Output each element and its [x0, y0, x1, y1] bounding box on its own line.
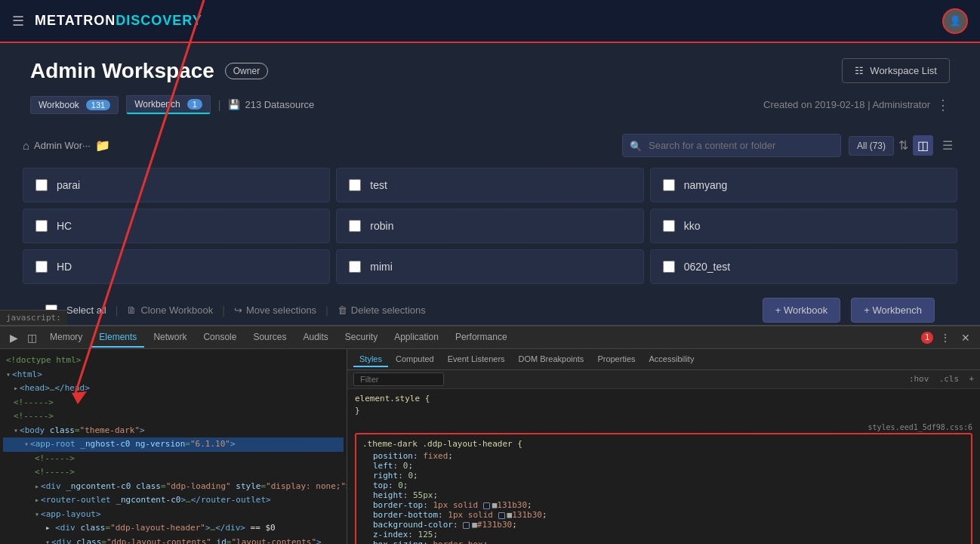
- filter-row: :hov .cls +: [347, 370, 980, 389]
- style-prop-row: z-index: 125;: [362, 530, 965, 539]
- styles-content: element.style { } styles.eed1_5df98.css:…: [347, 389, 980, 544]
- select-all-label: Select all: [66, 304, 106, 316]
- workspace-created: Created on 2019-02-18 | Administrator ⋮: [763, 97, 950, 113]
- workbook-item[interactable]: namyang: [650, 168, 957, 202]
- styles-tab-properties[interactable]: Properties: [591, 352, 641, 367]
- sort-button[interactable]: ⇅: [898, 138, 908, 153]
- workbook-name: parai: [57, 179, 80, 191]
- list-view-button[interactable]: ☰: [938, 135, 957, 156]
- clone-workbook-button[interactable]: 🗎 Clone Workbook: [127, 304, 213, 316]
- devtools-body: <!doctype html> ▾<html> ▸<head>…</head> …: [0, 349, 980, 544]
- workbook-checkbox[interactable]: [663, 261, 675, 273]
- workbook-checkbox[interactable]: [35, 220, 48, 232]
- workbook-checkbox[interactable]: [349, 220, 361, 232]
- tab-audits[interactable]: Audits: [295, 328, 335, 348]
- cls-link[interactable]: .cls: [939, 374, 960, 384]
- add-folder-button[interactable]: 📁: [95, 138, 110, 153]
- workbook-item[interactable]: test: [336, 168, 643, 202]
- style-prop-row: border-bottom: 1px solid ■131b30;: [362, 510, 965, 520]
- workbook-item[interactable]: 0620_test: [650, 249, 957, 284]
- workbook-item[interactable]: robin: [336, 209, 643, 243]
- workspace-title: Admin Workspace: [30, 59, 214, 83]
- dom-line[interactable]: <!----->: [3, 396, 344, 410]
- workbook-tag[interactable]: Workbook 131: [30, 96, 119, 114]
- dom-line[interactable]: ▸<router-outlet _ngcontent-c0>…</router-…: [3, 493, 344, 508]
- tab-memory[interactable]: Memory: [42, 328, 90, 348]
- dom-line[interactable]: ▸<div _ngcontent-c0 class="ddp-loading" …: [3, 480, 344, 494]
- devtools-device-button[interactable]: ◫: [23, 329, 41, 346]
- styles-tab-computed[interactable]: Computed: [390, 352, 440, 367]
- styles-tab-styles[interactable]: Styles: [353, 352, 388, 367]
- element-style-selector: element.style {: [355, 394, 972, 403]
- tab-sources[interactable]: Sources: [245, 328, 294, 348]
- devtools-close-button[interactable]: ✕: [957, 329, 974, 346]
- workbench-label: Workbench: [134, 99, 180, 110]
- devtools-inspect-button[interactable]: ▶: [6, 329, 22, 346]
- delete-selections-button[interactable]: 🗑 Delete selections: [337, 304, 426, 316]
- style-prop-row: box-sizing: border-box;: [362, 539, 965, 544]
- styles-tab-accessibility[interactable]: Accessibility: [643, 352, 701, 367]
- grid-view-button[interactable]: ◫: [913, 135, 933, 156]
- workbook-label: Workbook: [39, 100, 79, 110]
- workbook-item[interactable]: HD: [23, 249, 330, 284]
- workbook-checkbox[interactable]: [35, 261, 48, 273]
- tab-elements[interactable]: Elements: [91, 328, 144, 348]
- dom-line[interactable]: <!----->: [3, 452, 344, 466]
- workbook-count: 131: [86, 100, 110, 110]
- owner-badge: Owner: [225, 63, 268, 79]
- add-workbook-button[interactable]: + Workbook: [763, 298, 841, 323]
- tab-application[interactable]: Application: [387, 328, 446, 348]
- workbook-checkbox[interactable]: [663, 179, 675, 191]
- devtools-more-button[interactable]: ⋮: [936, 329, 954, 346]
- workbook-checkbox[interactable]: [35, 179, 48, 191]
- plus-link[interactable]: +: [969, 374, 974, 384]
- created-info: Created on 2019-02-18 | Administrator: [763, 99, 930, 110]
- nav-right-controls: 👤: [942, 8, 968, 34]
- workbook-item[interactable]: parai: [23, 168, 330, 202]
- dom-line[interactable]: ▾<div class="ddp-layout-contents" id="la…: [3, 536, 344, 545]
- workspace-list-button[interactable]: ☷ Workspace List: [842, 58, 950, 83]
- filter-dropdown[interactable]: All (73): [849, 136, 894, 156]
- workbook-item[interactable]: mimi: [336, 249, 643, 284]
- dom-line[interactable]: ▾<body class="theme-dark">: [3, 424, 344, 438]
- separator: |: [116, 304, 119, 317]
- styles-filter-input[interactable]: [353, 372, 444, 386]
- dom-line[interactable]: ▾<app-root _nghost-c0 ng-version="6.1.10…: [3, 437, 344, 452]
- style-prop-row: position: fixed;: [362, 451, 965, 461]
- style-prop-row: background-color: ■#131b30;: [362, 520, 965, 530]
- workbench-tag[interactable]: Workbench 1: [126, 95, 211, 114]
- workbook-name: test: [370, 179, 387, 191]
- tab-performance[interactable]: Performance: [448, 328, 515, 348]
- tab-console[interactable]: Console: [196, 328, 244, 348]
- workbook-item[interactable]: HC: [23, 209, 330, 243]
- workbook-checkbox[interactable]: [349, 261, 361, 273]
- hamburger-menu-icon[interactable]: ☰: [12, 13, 24, 29]
- dom-line[interactable]: <!doctype html>: [3, 354, 344, 368]
- trash-icon: 🗑: [337, 304, 347, 316]
- move-selections-button[interactable]: ↪ Move selections: [234, 304, 316, 316]
- javascript-bar: javascript:: [0, 310, 67, 325]
- tab-network[interactable]: Network: [146, 328, 194, 348]
- dom-line[interactable]: ▾<app-layout>: [3, 508, 344, 522]
- breadcrumb-text: Admin Wor···: [34, 140, 91, 151]
- add-workbench-button[interactable]: + Workbench: [851, 298, 935, 323]
- more-options-button[interactable]: ⋮: [936, 97, 950, 113]
- dom-line[interactable]: <!----->: [3, 465, 344, 480]
- workbook-checkbox[interactable]: [349, 179, 361, 191]
- user-avatar[interactable]: 👤: [942, 8, 968, 34]
- styles-tab-event-listeners[interactable]: Event Listeners: [442, 352, 511, 367]
- dom-line[interactable]: ▸<head>…</head>: [3, 382, 344, 396]
- dom-line[interactable]: ▾<html>: [3, 368, 344, 382]
- styles-tab-dom-breakpoints[interactable]: DOM Breakpoints: [513, 352, 590, 367]
- workbook-checkbox[interactable]: [663, 220, 675, 232]
- tab-security[interactable]: Security: [337, 328, 385, 348]
- datasource-tag[interactable]: 💾 213 Datasource: [228, 99, 314, 110]
- dom-line[interactable]: <!----->: [3, 410, 344, 424]
- workbench-count: 1: [187, 99, 202, 110]
- dom-line[interactable]: ▸ <div class="ddp-layout-header">…</div>…: [3, 521, 344, 536]
- search-input[interactable]: [622, 134, 841, 157]
- workbook-item[interactable]: kko: [650, 209, 957, 243]
- hov-link[interactable]: :hov: [909, 374, 929, 384]
- style-prop-row: top: 0;: [362, 481, 965, 490]
- top-navigation: ☰ METATRONDISCOVERY 👤: [0, 0, 980, 42]
